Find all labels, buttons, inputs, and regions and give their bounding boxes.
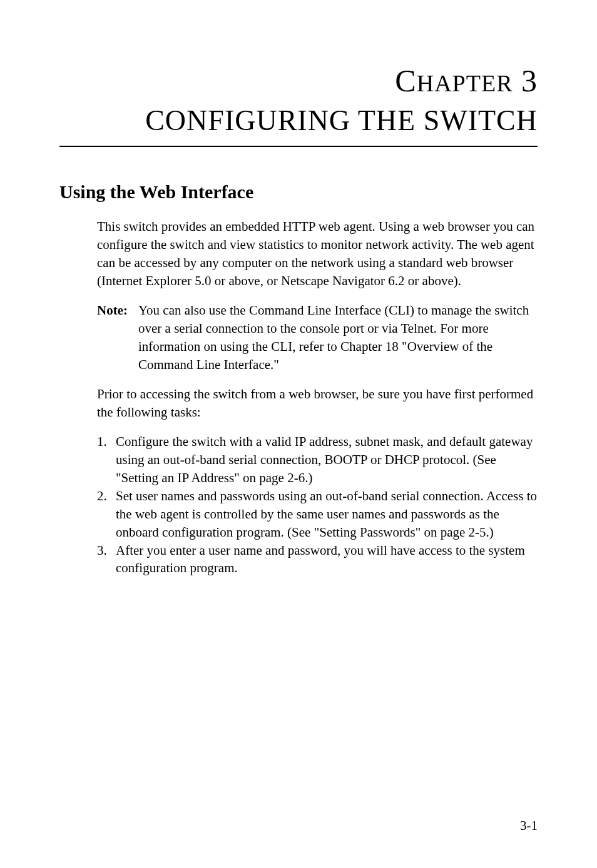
list-text: Configure the switch with a valid IP add… <box>116 433 538 487</box>
list-text: Set user names and passwords using an ou… <box>116 487 538 542</box>
chapter-label-rest: HAPTER <box>417 70 513 96</box>
list-number: 1. <box>97 433 116 487</box>
chapter-title: CONFIGURING THE SWITCH <box>59 104 538 143</box>
list-item: 3. After you enter a user name and passw… <box>97 542 538 578</box>
intro-paragraph: This switch provides an embedded HTTP we… <box>97 218 538 290</box>
title-divider <box>59 146 538 147</box>
list-item: 2. Set user names and passwords using an… <box>97 487 538 542</box>
task-list: 1. Configure the switch with a valid IP … <box>97 433 538 578</box>
page-number: 3-1 <box>520 818 538 834</box>
chapter-number: 3 <box>521 63 538 98</box>
body-content: This switch provides an embedded HTTP we… <box>97 218 538 577</box>
note-body: You can also use the Command Line Interf… <box>138 301 538 374</box>
chapter-label: CHAPTER 3 <box>59 63 538 99</box>
note-label: Note: <box>97 301 138 374</box>
list-text: After you enter a user name and password… <box>116 542 538 578</box>
list-item: 1. Configure the switch with a valid IP … <box>97 433 538 487</box>
note-block: Note: You can also use the Command Line … <box>97 301 538 374</box>
chapter-label-prefix: C <box>395 63 416 98</box>
pretask-paragraph: Prior to accessing the switch from a web… <box>97 385 538 421</box>
section-heading: Using the Web Interface <box>59 181 538 203</box>
list-number: 2. <box>97 487 116 542</box>
list-number: 3. <box>97 542 116 578</box>
